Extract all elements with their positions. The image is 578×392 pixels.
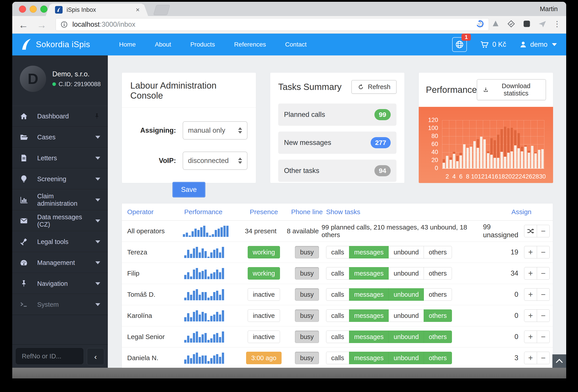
assign-plus-button[interactable]: +	[524, 331, 537, 343]
task-filter-calls-button[interactable]: calls	[326, 309, 349, 322]
task-summary-row[interactable]: New messages277	[278, 131, 396, 154]
brand[interactable]: Sokordia iSpis	[20, 38, 90, 51]
tab-close-icon[interactable]: ×	[135, 6, 141, 14]
shuffle-button[interactable]	[524, 225, 537, 237]
task-filter-calls-button[interactable]: calls	[326, 246, 349, 259]
assign-plus-button[interactable]: +	[524, 267, 537, 280]
task-filter-messages-button[interactable]: messages	[349, 288, 389, 301]
presence-button[interactable]: inactive	[248, 331, 280, 343]
column-header-assign[interactable]: Assign	[491, 208, 553, 216]
task-filter-unbound-button[interactable]: unbound	[388, 352, 424, 364]
sidebar-item-claim-administration[interactable]: Claim administration	[12, 189, 108, 210]
browser-menu-icon[interactable]: ⋮	[553, 19, 561, 28]
language-globe-button[interactable]: 1	[452, 37, 467, 52]
presence-button[interactable]: 3:00 ago	[246, 352, 282, 364]
task-filter-unbound-button[interactable]: unbound	[388, 288, 424, 301]
task-filter-messages-button[interactable]: messages	[349, 309, 389, 322]
menu-item-contact[interactable]: Contact	[285, 41, 307, 48]
new-tab-button[interactable]	[153, 5, 170, 15]
task-filter-messages-button[interactable]: messages	[349, 246, 389, 259]
sidebar-item-system[interactable]: System	[12, 294, 108, 315]
task-filter-calls-button[interactable]: calls	[326, 331, 349, 343]
minimize-window-button[interactable]	[30, 5, 37, 13]
url-bar[interactable]: localhost:3000/inbox ☆	[56, 18, 489, 31]
voip-select[interactable]: disconnected	[183, 152, 247, 170]
task-filter-messages-button[interactable]: messages	[349, 331, 389, 343]
close-window-button[interactable]	[19, 5, 26, 13]
assign-minus-button[interactable]: −	[537, 246, 550, 259]
menu-item-home[interactable]: Home	[119, 41, 136, 48]
sidebar-item-cases[interactable]: Cases	[12, 127, 108, 148]
column-header-show-tasks[interactable]: Show tasks	[326, 208, 491, 216]
user-menu[interactable]: demo	[519, 41, 557, 48]
column-header-presence[interactable]: Presence	[240, 208, 288, 216]
extension-send-icon[interactable]	[538, 19, 547, 29]
column-header-performance[interactable]: Performance	[184, 208, 240, 216]
assign-plus-button[interactable]: +	[524, 309, 537, 322]
task-filter-unbound-button[interactable]: unbound	[388, 309, 424, 322]
zoom-window-button[interactable]	[40, 5, 48, 13]
refresh-button[interactable]: Refresh	[351, 80, 396, 94]
menu-item-products[interactable]: Products	[190, 41, 215, 48]
phone-line-busy-button[interactable]: busy	[295, 246, 319, 259]
assign-minus-button[interactable]: −	[537, 352, 550, 364]
phone-line-busy-button[interactable]: busy	[295, 331, 319, 343]
task-filter-others-button[interactable]: others	[424, 352, 452, 364]
phone-line-busy-button[interactable]: busy	[295, 267, 319, 280]
refno-search-input[interactable]	[16, 348, 83, 364]
task-filter-messages-button[interactable]: messages	[349, 352, 389, 364]
extension-sync-icon[interactable]	[475, 19, 485, 29]
sidebar-item-screening[interactable]: Screening	[12, 169, 108, 189]
phone-line-busy-button[interactable]: busy	[295, 352, 319, 364]
sidebar-item-legal-tools[interactable]: Legal tools	[12, 231, 108, 252]
task-filter-calls-button[interactable]: calls	[326, 267, 349, 280]
page-info-icon[interactable]	[60, 21, 68, 28]
task-filter-others-button[interactable]: others	[424, 267, 452, 280]
sidebar-collapse-button[interactable]: ‹	[87, 348, 104, 365]
task-filter-others-button[interactable]: others	[424, 246, 452, 259]
task-filter-unbound-button[interactable]: unbound	[388, 331, 424, 343]
presence-button[interactable]: inactive	[248, 288, 280, 301]
presence-button[interactable]: inactive	[248, 309, 280, 322]
assign-minus-button[interactable]: −	[537, 267, 550, 280]
assign-minus-button[interactable]: −	[537, 288, 550, 301]
task-filter-others-button[interactable]: others	[424, 309, 452, 322]
unassign-button[interactable]: −	[537, 225, 550, 237]
presence-button[interactable]: working	[248, 267, 280, 280]
assign-plus-button[interactable]: +	[524, 352, 537, 364]
task-filter-unbound-button[interactable]: unbound	[388, 246, 424, 259]
assigning-select[interactable]: manual only	[183, 121, 247, 139]
assign-minus-button[interactable]: −	[537, 331, 550, 343]
extension-tag-icon[interactable]	[507, 19, 516, 29]
back-icon[interactable]: ←	[18, 18, 29, 32]
task-filter-calls-button[interactable]: calls	[326, 288, 349, 301]
assign-plus-button[interactable]: +	[524, 288, 537, 301]
column-header-phone-line[interactable]: Phone line	[288, 208, 326, 216]
sidebar-item-data-messages-cz[interactable]: Data messages (CZ)	[12, 210, 108, 231]
task-filter-others-button[interactable]: others	[424, 288, 452, 301]
phone-line-busy-button[interactable]: busy	[295, 288, 319, 301]
cart-button[interactable]: 0 Kč	[480, 40, 506, 49]
task-summary-row[interactable]: Other tasks94	[278, 160, 396, 182]
menu-item-about[interactable]: About	[155, 41, 171, 48]
sidebar-item-management[interactable]: Management	[12, 252, 108, 273]
scroll-top-button[interactable]	[552, 354, 566, 368]
assign-minus-button[interactable]: −	[537, 309, 550, 322]
extension-shield-icon[interactable]	[491, 19, 500, 29]
task-filter-unbound-button[interactable]: unbound	[388, 267, 424, 280]
presence-button[interactable]: working	[248, 246, 280, 259]
sidebar-item-letters[interactable]: Letters	[12, 148, 108, 169]
task-filter-calls-button[interactable]: calls	[326, 352, 349, 364]
sidebar-item-dashboard[interactable]: Dashboard	[12, 106, 108, 127]
download-statistics-button[interactable]: Download statistics	[477, 79, 546, 100]
task-filter-others-button[interactable]: others	[424, 331, 452, 343]
task-summary-row[interactable]: Planned calls99	[278, 103, 396, 126]
browser-profile-name[interactable]: Martin	[540, 5, 558, 13]
menu-item-references[interactable]: References	[234, 41, 266, 48]
phone-line-busy-button[interactable]: busy	[295, 309, 319, 322]
sidebar-item-navigation[interactable]: Navigation	[12, 273, 108, 294]
extension-dark-icon[interactable]	[522, 19, 531, 29]
save-button[interactable]: Save	[172, 182, 206, 197]
assign-plus-button[interactable]: +	[524, 246, 537, 259]
column-header-operator[interactable]: Operator	[122, 208, 184, 216]
